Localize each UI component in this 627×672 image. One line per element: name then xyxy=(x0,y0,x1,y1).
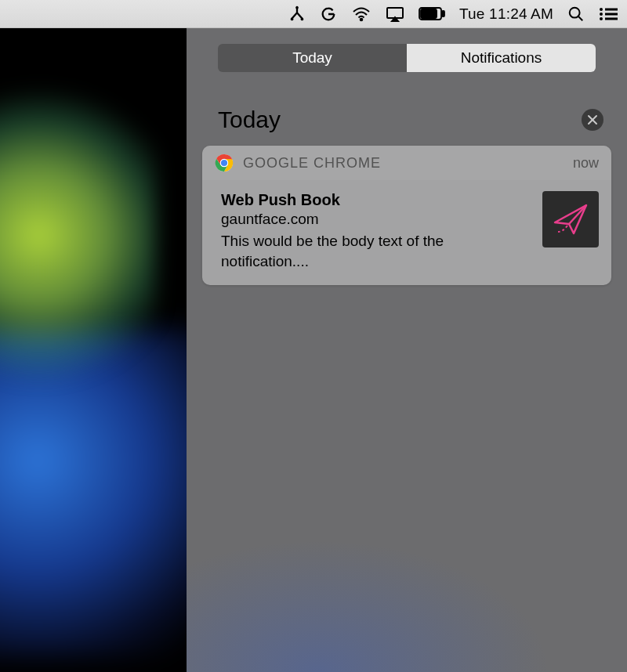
svg-rect-15 xyxy=(605,17,618,20)
svg-point-20 xyxy=(221,160,227,166)
notification-app-name: GOOGLE CHROME xyxy=(243,155,564,172)
svg-point-8 xyxy=(570,7,580,17)
svg-point-3 xyxy=(361,18,363,20)
svg-rect-11 xyxy=(605,8,618,10)
notification-header: GOOGLE CHROME now xyxy=(202,146,611,180)
tab-notifications[interactable]: Notifications xyxy=(407,44,596,72)
notification-body-text: This would be the body text of the notif… xyxy=(221,231,530,271)
notification-image xyxy=(542,191,599,247)
svg-point-12 xyxy=(600,13,603,16)
svg-point-2 xyxy=(295,5,299,9)
close-icon xyxy=(587,114,598,125)
menubar-clock[interactable]: Tue 11:24 AM xyxy=(459,5,553,23)
notification-body: Web Push Book gauntface.com This would b… xyxy=(202,180,611,285)
menubar: Tue 11:24 AM xyxy=(0,0,627,28)
svg-line-9 xyxy=(578,16,583,20)
svg-rect-6 xyxy=(442,11,444,16)
svg-point-10 xyxy=(600,8,603,11)
fork-icon[interactable] xyxy=(288,5,306,23)
airplay-icon[interactable] xyxy=(386,6,404,22)
wifi-icon[interactable] xyxy=(351,6,371,22)
svg-point-1 xyxy=(301,17,304,20)
paper-plane-icon xyxy=(550,199,591,240)
menu-list-icon[interactable] xyxy=(599,7,618,21)
desktop-wallpaper xyxy=(0,0,187,672)
notification-card[interactable]: GOOGLE CHROME now Web Push Book gauntfac… xyxy=(202,146,611,285)
clear-section-button[interactable] xyxy=(582,109,603,131)
chrome-icon xyxy=(215,154,234,172)
google-g-icon[interactable] xyxy=(320,5,337,23)
nc-view-toggle: Today Notifications xyxy=(218,44,596,72)
nc-section-header: Today xyxy=(218,107,603,133)
battery-icon[interactable] xyxy=(419,7,445,21)
notification-timestamp: now xyxy=(573,155,599,172)
svg-point-0 xyxy=(291,17,294,20)
svg-rect-7 xyxy=(421,9,437,18)
notification-domain: gauntface.com xyxy=(221,211,530,228)
svg-point-14 xyxy=(600,17,603,20)
search-icon[interactable] xyxy=(567,5,585,23)
svg-rect-13 xyxy=(605,13,618,15)
section-title: Today xyxy=(218,107,281,133)
notification-center-panel: Today Notifications Today GOOGLE CHROME xyxy=(187,28,627,672)
notification-title: Web Push Book xyxy=(221,191,530,209)
tab-today[interactable]: Today xyxy=(218,44,407,72)
